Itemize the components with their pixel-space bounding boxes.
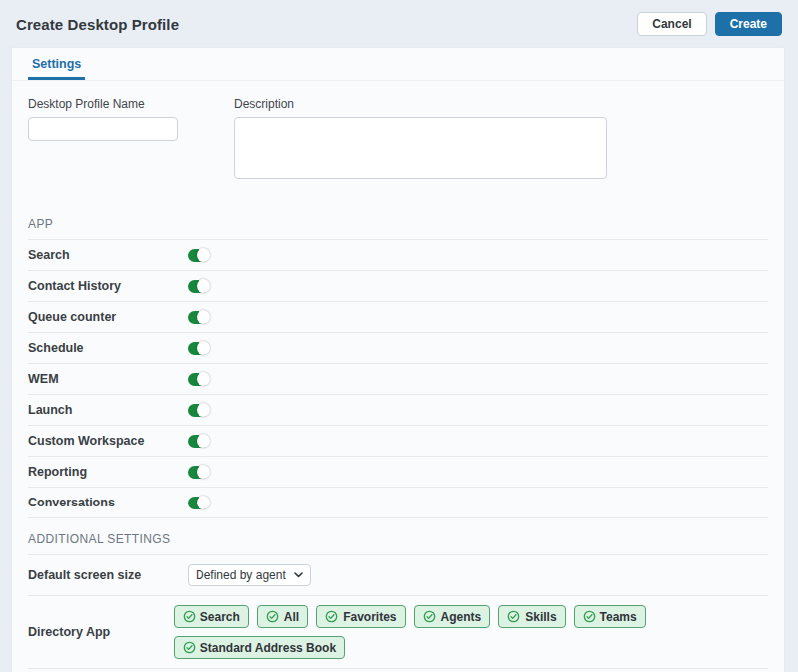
directory-app-chips: Search All Favorites Agents Skills Teams…	[174, 605, 768, 659]
chevron-down-icon	[294, 572, 303, 578]
toggle-row-schedule: Schedule	[28, 333, 768, 364]
toggle-knob	[197, 279, 210, 293]
check-circle-icon	[183, 641, 196, 654]
name-field-label: Desktop Profile Name	[28, 97, 178, 111]
toggle-row-wem: WEM	[28, 364, 768, 395]
wem-toggle[interactable]	[188, 373, 209, 386]
toggle-label-queue-counter: Queue counter	[28, 310, 188, 324]
chip-label: Standard Address Book	[200, 641, 336, 655]
description-textarea[interactable]	[234, 117, 607, 179]
reporting-toggle[interactable]	[188, 466, 209, 479]
toggle-knob	[197, 310, 210, 324]
chip-label: Search	[200, 610, 240, 624]
additional-settings-header: ADDITIONAL SETTINGS	[28, 520, 768, 555]
check-circle-icon	[325, 610, 338, 623]
chip-directory-all[interactable]: All	[257, 605, 308, 628]
toggle-label-search: Search	[28, 248, 188, 262]
directory-app-label: Directory App	[28, 625, 174, 639]
toggle-knob	[197, 465, 210, 479]
chip-directory-teams[interactable]: Teams	[574, 605, 646, 628]
chip-label: Agents	[441, 610, 482, 624]
chip-directory-agents[interactable]: Agents	[414, 605, 491, 628]
chip-directory-standard-address-book[interactable]: Standard Address Book	[174, 636, 345, 659]
screen-size-label: Default screen size	[28, 568, 188, 582]
toggle-label-custom-workspace: Custom Workspace	[28, 434, 188, 448]
toggle-label-launch: Launch	[28, 403, 188, 417]
chip-label: All	[284, 610, 299, 624]
description-field-group: Description	[234, 97, 607, 183]
toggle-row-custom-workspace: Custom Workspace	[28, 426, 768, 457]
queue-counter-toggle[interactable]	[188, 311, 209, 324]
toggle-label-wem: WEM	[28, 372, 188, 386]
desktop-profile-name-input[interactable]	[28, 117, 178, 141]
toggle-knob	[197, 403, 210, 417]
contact-history-toggle[interactable]	[188, 280, 209, 293]
chip-directory-search[interactable]: Search	[174, 605, 249, 628]
check-circle-icon	[423, 610, 436, 623]
check-circle-icon	[583, 610, 596, 623]
check-circle-icon	[266, 610, 279, 623]
screen-size-selected-value: Defined by agent	[196, 568, 286, 582]
header-actions: Cancel Create	[637, 12, 782, 36]
toggle-label-reporting: Reporting	[28, 465, 188, 479]
chip-label: Favorites	[343, 610, 396, 624]
check-circle-icon	[183, 610, 196, 623]
app-section-header: APP	[28, 217, 768, 240]
main-card: Settings Desktop Profile Name Descriptio…	[12, 48, 784, 672]
page-header: Create Desktop Profile Cancel Create	[0, 0, 798, 48]
form-row: Desktop Profile Name Description	[28, 97, 768, 183]
toggle-knob	[197, 372, 210, 386]
custom-workspace-toggle[interactable]	[188, 435, 209, 448]
screen-size-row: Default screen size Defined by agent	[28, 555, 768, 596]
card-content: Desktop Profile Name Description APP Sea…	[12, 81, 784, 672]
toggle-knob	[197, 434, 210, 448]
toggle-label-conversations: Conversations	[28, 496, 188, 509]
toggle-knob	[197, 496, 210, 509]
toggle-row-search: Search	[28, 240, 768, 271]
schedule-toggle[interactable]	[188, 342, 209, 355]
launch-toggle[interactable]	[188, 404, 209, 417]
tab-settings[interactable]: Settings	[28, 48, 85, 80]
toggle-row-conversations: Conversations	[28, 488, 768, 518]
chip-directory-skills[interactable]: Skills	[498, 605, 565, 628]
toggle-knob	[197, 341, 210, 355]
page-title: Create Desktop Profile	[16, 16, 179, 33]
check-circle-icon	[507, 610, 520, 623]
create-button[interactable]: Create	[715, 12, 782, 36]
name-field-group: Desktop Profile Name	[28, 97, 178, 183]
conversations-toggle[interactable]	[188, 497, 209, 509]
chip-label: Skills	[525, 610, 556, 624]
search-toggle[interactable]	[188, 249, 209, 262]
toggle-label-contact-history: Contact History	[28, 279, 188, 293]
directory-app-row: Directory App Search All Favorites Agent…	[28, 596, 768, 669]
toggle-row-queue-counter: Queue counter	[28, 302, 768, 333]
chip-directory-favorites[interactable]: Favorites	[316, 605, 405, 628]
toggle-row-reporting: Reporting	[28, 457, 768, 488]
toggle-row-contact-history: Contact History	[28, 271, 768, 302]
cancel-button[interactable]: Cancel	[637, 12, 706, 36]
toggle-label-schedule: Schedule	[28, 341, 188, 355]
screen-size-select[interactable]: Defined by agent	[188, 564, 311, 586]
tab-bar: Settings	[12, 48, 784, 81]
toggle-row-launch: Launch	[28, 395, 768, 426]
toggle-knob	[197, 248, 210, 262]
description-field-label: Description	[234, 97, 607, 111]
chip-label: Teams	[600, 610, 637, 624]
